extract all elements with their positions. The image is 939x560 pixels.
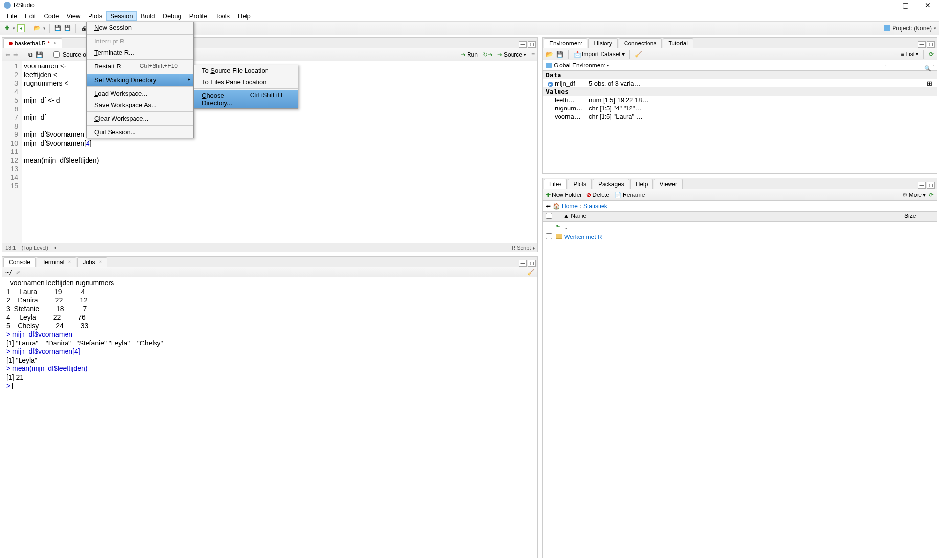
close-button[interactable]: ✕ [917, 0, 939, 11]
menu-load-workspace[interactable]: Load Workspace... [87, 88, 193, 99]
view-data-icon[interactable]: ⊞ [925, 80, 934, 87]
save-all-icon[interactable]: 💾 [64, 24, 71, 32]
menu-set-working-directory[interactable]: Set Working Directory [87, 74, 193, 86]
col-name[interactable]: ▲ Name [556, 213, 904, 220]
wd-popout-icon[interactable]: ⇗ [15, 269, 20, 276]
breadcrumb-home[interactable]: Home [562, 203, 578, 210]
close-icon[interactable]: × [68, 259, 71, 265]
goto-dir-icon[interactable]: ⬅ [546, 203, 551, 210]
tab-packages[interactable]: Packages [593, 179, 629, 189]
minimize-pane-icon[interactable]: — [519, 260, 527, 267]
minimize-pane-icon[interactable]: — [519, 41, 527, 48]
new-project-icon[interactable]: + [17, 24, 25, 32]
submenu-to-source-file-location[interactable]: To Source File Location [194, 65, 298, 76]
load-workspace-icon[interactable]: 📂 [546, 51, 553, 58]
menu-plots[interactable]: Plots [84, 11, 106, 21]
home-icon[interactable]: 🏠 [553, 203, 560, 210]
tab-plots[interactable]: Plots [568, 179, 592, 189]
col-size[interactable]: Size [904, 213, 934, 220]
minimize-pane-icon[interactable]: — [918, 41, 926, 48]
menu-session[interactable]: Session [106, 11, 136, 21]
clear-env-icon[interactable]: 🧹 [635, 51, 642, 58]
tab-terminal[interactable]: Terminal× [37, 257, 76, 267]
menu-clear-workspace[interactable]: Clear Workspace... [87, 113, 193, 124]
run-button[interactable]: ➔Run [461, 51, 478, 58]
menu-tools[interactable]: Tools [211, 11, 234, 21]
menu-edit[interactable]: Edit [21, 11, 40, 21]
rename-button[interactable]: 📄 Rename [614, 192, 645, 198]
save-source-icon[interactable]: 💾 [36, 51, 43, 58]
close-icon[interactable]: × [99, 259, 102, 265]
source-on-save-checkbox[interactable] [53, 51, 60, 58]
env-search-input[interactable]: 🔍 [885, 65, 934, 66]
menu-build[interactable]: Build [137, 11, 159, 21]
env-row[interactable]: voorna…chr [1:5] "Laura" … [543, 112, 937, 121]
rerun-icon[interactable]: ↻➔ [483, 51, 492, 58]
show-in-new-window-icon[interactable]: ⧉ [28, 51, 33, 58]
delete-button[interactable]: ⊘Delete [586, 192, 609, 198]
save-workspace-icon[interactable]: 💾 [556, 51, 563, 58]
env-row[interactable]: leefti…num [1:5] 19 22 18… [543, 96, 937, 104]
back-icon[interactable]: ⬅ [5, 51, 10, 58]
forward-icon[interactable]: ➡ [13, 51, 18, 58]
script-type[interactable]: R Script [512, 245, 531, 251]
source-tab[interactable]: basketbal.R* × [3, 38, 62, 48]
tab-console[interactable]: Console [3, 257, 36, 267]
maximize-button[interactable]: ▢ [894, 0, 917, 11]
tab-environment[interactable]: Environment [544, 38, 587, 48]
close-tab-icon[interactable]: × [54, 41, 57, 46]
menu-terminate-r[interactable]: Terminate R... [87, 47, 193, 58]
submenu-choose-directory[interactable]: Choose Directory...Ctrl+Shift+H [194, 90, 298, 108]
tab-viewer[interactable]: Viewer [654, 179, 682, 189]
maximize-pane-icon[interactable]: ▢ [528, 260, 536, 267]
menu-code[interactable]: Code [40, 11, 63, 21]
window-controls: — ▢ ✕ [872, 0, 939, 11]
file-row-up[interactable]: ⬑ .. [543, 222, 937, 232]
breadcrumb-folder[interactable]: Statistiek [583, 203, 607, 210]
source-button[interactable]: ➔Source ▾ [497, 51, 526, 58]
open-file-icon[interactable]: 📂 [33, 24, 41, 32]
menu-help[interactable]: Help [234, 11, 255, 21]
env-row[interactable]: ▸ mijn_df 5 obs. of 3 varia… ⊞ [543, 79, 937, 87]
select-all-checkbox[interactable] [546, 213, 552, 219]
tab-connections[interactable]: Connections [619, 38, 662, 48]
file-checkbox[interactable] [546, 233, 552, 239]
env-scope-label[interactable]: Global Environment [554, 62, 605, 69]
maximize-pane-icon[interactable]: ▢ [927, 41, 935, 48]
refresh-icon[interactable]: ⟳ [929, 51, 934, 58]
tab-help[interactable]: Help [630, 179, 653, 189]
submenu-to-files-pane-location[interactable]: To Files Pane Location [194, 76, 298, 87]
clear-console-icon[interactable]: 🧹 [527, 269, 535, 276]
menu-view[interactable]: View [63, 11, 84, 21]
minimize-button[interactable]: — [872, 0, 894, 11]
list-view-button[interactable]: ≡ List ▾ [901, 51, 918, 58]
project-selector[interactable]: Project: (None) ▾ [884, 25, 936, 32]
tab-files[interactable]: Files [544, 179, 567, 189]
expand-icon[interactable]: ▸ [548, 82, 553, 87]
menu-new-session[interactable]: New Session [87, 22, 193, 33]
refresh-files-icon[interactable]: ⟳ [929, 192, 934, 198]
maximize-pane-icon[interactable]: ▢ [927, 182, 935, 189]
more-button[interactable]: ⚙More ▾ [902, 192, 926, 198]
tab-jobs[interactable]: Jobs× [77, 257, 107, 267]
menu-debug[interactable]: Debug [159, 11, 185, 21]
import-dataset-button[interactable]: 📩 Import Dataset ▾ [574, 51, 625, 58]
menu-profile[interactable]: Profile [185, 11, 211, 21]
new-folder-button[interactable]: ✚New Folder [546, 192, 581, 198]
console-output[interactable]: voornamen leeftijden rugnummers 1 Laura … [2, 277, 537, 558]
tab-history[interactable]: History [588, 38, 617, 48]
file-row[interactable]: Werken met R [543, 232, 937, 242]
menubar: File Edit Code View Plots Session Build … [0, 11, 939, 22]
save-icon[interactable]: 💾 [54, 24, 62, 32]
menu-quit-session[interactable]: Quit Session... [87, 127, 193, 138]
menu-file[interactable]: File [3, 11, 21, 21]
maximize-pane-icon[interactable]: ▢ [528, 41, 536, 48]
tab-tutorial[interactable]: Tutorial [663, 38, 693, 48]
new-file-icon[interactable]: ✚ [3, 24, 11, 32]
menu-save-workspace-as[interactable]: Save Workspace As... [87, 99, 193, 110]
minimize-pane-icon[interactable]: — [918, 182, 926, 189]
scope-label[interactable]: (Top Level) [22, 245, 48, 251]
menu-restart-r[interactable]: Restart RCtrl+Shift+F10 [87, 61, 193, 72]
outline-icon[interactable]: ≡ [531, 51, 535, 58]
env-row[interactable]: rugnum…chr [1:5] "4" "12"… [543, 104, 937, 112]
